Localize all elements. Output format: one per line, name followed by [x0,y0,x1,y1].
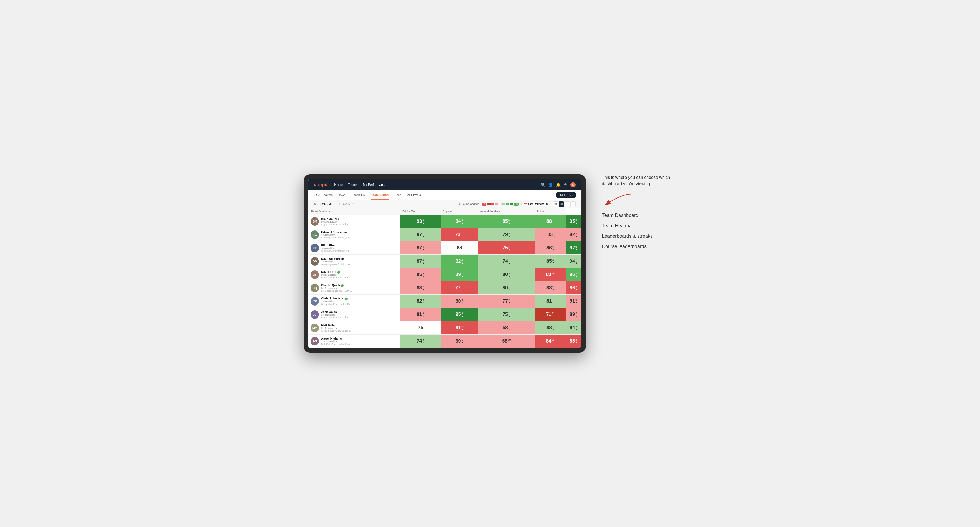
score-cell-7-3: 71 11 [535,308,566,321]
player-club: Craigmillar Park, United Kingdom [321,303,353,306]
player-name: David Ford [321,270,353,273]
score-value: 75 [503,245,508,251]
score-cell-9-3: 84 21 [535,335,566,348]
score-change: 1 [576,259,578,264]
table-row[interactable]: AN Aaron Nicholls 11-15 Handicap Drift G… [309,335,581,348]
score-change: 3 [576,272,578,277]
col-around-green[interactable]: Around the Green — [478,208,535,215]
nav-home[interactable]: Home [334,182,343,187]
table-row[interactable]: MM Matt Miller 6-10 Handicap Woburn Golf… [309,321,581,335]
score-change: 8 [508,219,510,224]
score-value: 80 [503,272,508,277]
player-cell-4: DF David Ford Plus Handicap Royal North … [309,268,400,281]
score-value: 86 [570,285,575,290]
score-cell-3-0: 87 4 [400,255,441,268]
scale-red-med [491,203,494,205]
col-off-tee[interactable]: Off the Tee — [400,208,441,215]
arrow-up-icon [508,341,510,344]
score-cell-6-3: 81 4 [535,295,566,308]
player-club: Sunningdale Golf Club, United Kingdom [321,250,353,252]
arrow-down-icon [508,248,510,251]
settings-icon[interactable]: ⚙ [564,183,567,187]
arrow-down-icon [423,275,425,277]
sub-nav-tour[interactable]: Tour [395,190,401,200]
player-cell-5: CQ Charlie Quick 6-10 Handicap St. Georg… [309,281,400,295]
score-value: 60 [456,338,461,344]
sub-nav-hcaps[interactable]: Hcaps 1-5 [351,190,365,200]
list-view-icon[interactable]: ☰ [565,202,570,207]
arrow-down-icon [552,328,554,330]
sub-nav-pga[interactable]: PGA [339,190,346,200]
arrow-down-icon [552,275,554,277]
score-value: 94 [570,325,575,330]
table-row[interactable]: CQ Charlie Quick 6-10 Handicap St. Georg… [309,281,581,295]
col-putting[interactable]: Putting — [535,208,566,215]
search-icon[interactable]: 🔍 [541,183,545,187]
table-row[interactable]: EC Edward Crossman 1-5 Handicap Sunningd… [309,228,581,241]
score-change: 4 [576,338,578,344]
table-row[interactable]: BM Blair McHarg Plus Handicap Royal Nort… [309,215,581,228]
table-row[interactable]: DF David Ford Plus Handicap Royal North … [309,268,581,281]
arrow-up-icon [461,314,463,317]
round-change-label: 20 Round Change [458,203,479,205]
calendar-icon: 📅 [524,203,527,205]
score-change: 3 [423,285,425,290]
add-team-button[interactable]: Add Team [556,192,576,198]
arrow-up-icon [508,275,510,277]
score-change: 9 [423,219,425,224]
arrow-down-icon [552,261,554,264]
player-info: Edward Crossman 1-5 Handicap Sunningdale… [321,230,353,239]
edit-icon[interactable]: ✏ [352,202,355,206]
avatar-icon[interactable]: U [570,182,576,187]
table-row[interactable]: DB Dave Billingham 1-5 Handicap Gog Mago… [309,255,581,268]
arrow-down-icon [576,341,578,344]
player-cell-2: EE Elliot Ebert 1-5 Handicap Sunningdale… [309,241,400,255]
score-cell-4-2: 80 3 [478,268,535,281]
player-cell-0: BM Blair McHarg Plus Handicap Royal Nort… [309,215,400,228]
score-change: 3 [508,272,510,277]
arrow-up-icon [508,221,510,224]
player-hcap: 1-5 Handicap [321,260,353,263]
score-change: 1 [508,285,510,290]
person-icon[interactable]: 👤 [548,183,553,187]
player-club: Royal North Devon Golf Club, United King… [321,223,353,226]
score-change: 21 [552,338,554,344]
more-view-icon[interactable]: ⊥ [570,202,576,207]
arrow-up-icon [423,341,425,344]
team-bar: Team Clippd | 14 Players ✏ 20 Round Chan… [309,200,581,208]
score-cell-3-4: 94 1 [566,255,581,268]
arrow-up-icon [461,261,463,264]
score-cell-0-3: 88 1 [535,215,566,228]
color-scale [487,203,513,205]
score-change: 4 [552,298,554,304]
nav-my-performance[interactable]: My Performance [363,182,386,187]
score-change: 3 [552,259,554,264]
grid-view-icon[interactable]: ⊞ [553,202,558,207]
table-row[interactable]: CR Chris Robertson 1-5 Handicap Craigmil… [309,295,581,308]
arrow-down-icon [423,314,425,317]
score-cell-1-0: 87 1 [400,228,441,241]
score-change: 7 [461,272,463,277]
col-player-quality[interactable]: Player Quality ▼ [309,208,400,215]
player-hcap: 1-5 Handicap [321,314,353,316]
player-avatar: DF [310,270,319,279]
score-cell-5-3: 83 6 [535,281,566,295]
arrow-up-icon [553,235,555,237]
col-approach[interactable]: Approach — [441,208,478,215]
sub-nav-pgat[interactable]: PGAT Players [314,190,333,200]
nav-teams[interactable]: Teams [348,182,357,187]
score-value: 58 [503,325,508,330]
last-rounds-button[interactable]: 📅 Last Rounds: 20 [522,202,550,206]
heatmap-view-icon[interactable]: ▦ [559,202,564,207]
score-change: 11 [461,232,464,237]
sub-nav-team-clippd[interactable]: Team Clippd [371,190,389,200]
score-value: 91 [570,298,575,304]
player-name: Chris Robertson [321,297,353,300]
score-cell-1-3: 103 15 [535,228,566,241]
table-row[interactable]: JC Josh Coles 1-5 Handicap Royal North D… [309,308,581,321]
sub-nav-all-players[interactable]: All Players [407,190,422,200]
score-value: 85 [570,338,575,344]
bell-icon[interactable]: 🔔 [556,183,561,187]
table-row[interactable]: EE Elliot Ebert 1-5 Handicap Sunningdale… [309,241,581,255]
score-value: 88 [546,325,552,330]
